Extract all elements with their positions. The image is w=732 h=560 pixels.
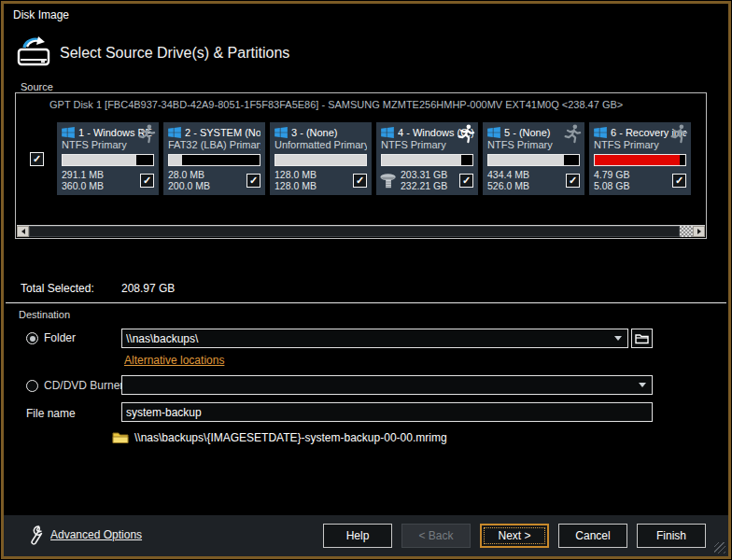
partition-checkbox[interactable]: ✓ xyxy=(140,174,154,188)
advanced-options-link[interactable]: Advanced Options xyxy=(50,528,142,541)
partition-tile[interactable]: 2 - SYSTEM (Nor FAT32 (LBA) Primary 28.0… xyxy=(163,122,265,195)
partition-sizes: 291.1 MB 360.0 MB xyxy=(62,169,104,191)
file-name-label: File name xyxy=(26,407,76,420)
footer-bar: Advanced Options Help < Back Next > Canc… xyxy=(4,515,728,556)
partition-tile-footer: 28.0 MB 200.0 MB ✓ xyxy=(168,169,260,191)
partition-tile-header: 5 - (None) xyxy=(487,125,580,139)
folder-icon xyxy=(635,332,649,344)
disk-header: GPT Disk 1 [FBC4B937-34BD-42A9-8051-1F5F… xyxy=(49,99,700,110)
cd-dvd-radio[interactable] xyxy=(26,380,38,392)
cancel-button[interactable]: Cancel xyxy=(558,524,627,548)
button-row: Help < Back Next > Cancel Finish xyxy=(323,524,706,548)
folder-icon xyxy=(112,430,129,444)
partition-used-size: 291.1 MB xyxy=(62,169,104,180)
partition-tile-footer: 128.0 MB 128.0 MB ✓ xyxy=(274,169,367,191)
partition-filesystem: Unformatted Primary xyxy=(274,139,367,152)
partition-used-size: 434.4 MB xyxy=(487,169,529,180)
partition-total-size: 526.0 MB xyxy=(487,180,529,191)
cd-dvd-combobox[interactable] xyxy=(121,375,653,395)
scrollbar-track[interactable] xyxy=(680,226,693,237)
partition-tile-header: 3 - (None) xyxy=(274,125,367,139)
chevron-down-icon[interactable] xyxy=(639,383,646,387)
partition-tile-footer: 291.1 MB 360.0 MB ✓ xyxy=(62,169,154,191)
total-selected-label: Total Selected: xyxy=(21,282,94,295)
windows-logo-icon xyxy=(168,127,181,138)
partition-tile-header: 6 - Recovery image (N xyxy=(594,125,686,139)
partition-usage-bar xyxy=(381,154,473,166)
partition-usage-fill xyxy=(63,155,136,165)
partition-sizes: 4.79 GB 5.08 GB xyxy=(594,169,630,191)
partition-used-size: 128.0 MB xyxy=(274,169,317,180)
partition-filesystem: FAT32 (LBA) Primary xyxy=(168,139,260,152)
partition-usage-fill xyxy=(275,155,366,165)
partition-tile-footer: 4.79 GB 5.08 GB ✓ xyxy=(594,169,686,191)
partition-total-size: 5.08 GB xyxy=(594,180,630,191)
folder-radio-dot xyxy=(30,336,35,342)
partition-usage-bar xyxy=(594,154,686,166)
partition-usage-fill xyxy=(488,155,564,165)
next-button[interactable]: Next > xyxy=(480,524,549,548)
finish-button[interactable]: Finish xyxy=(637,524,706,548)
page-title: Select Source Drive(s) & Partitions xyxy=(60,45,289,62)
running-man-icon xyxy=(561,123,583,145)
partition-tile[interactable]: 4 - Windows (C:) NTFS Primary 203.31 GB … xyxy=(376,122,478,195)
tap-icon xyxy=(379,172,399,191)
horizontal-scrollbar[interactable] xyxy=(17,225,705,237)
running-man-icon xyxy=(135,123,157,145)
back-button[interactable]: < Back xyxy=(401,524,471,548)
scroll-right-button[interactable] xyxy=(693,226,705,237)
partition-usage-bar xyxy=(168,154,260,166)
disk-image-dialog: Disk Image Select Source Drive(s) & Part… xyxy=(0,0,732,560)
backup-file-path: \\nas\backups\{IMAGESETDATE}-system-back… xyxy=(134,431,447,444)
window-title: Disk Image xyxy=(13,8,69,21)
partition-usage-fill xyxy=(595,155,680,165)
windows-logo-icon xyxy=(62,127,75,138)
alternative-locations-link[interactable]: Alternative locations xyxy=(124,354,224,367)
scrollbar-thumb[interactable] xyxy=(29,226,680,237)
chevron-down-icon[interactable] xyxy=(614,336,622,341)
partition-checkbox[interactable]: ✓ xyxy=(459,174,473,188)
source-group-label: Source xyxy=(21,81,53,92)
total-selected-value: 208.97 GB xyxy=(121,282,175,295)
partition-checkbox[interactable]: ✓ xyxy=(353,174,367,188)
partition-checkbox[interactable]: ✓ xyxy=(672,174,686,188)
partition-tile-header: 4 - Windows (C:) xyxy=(381,125,473,139)
partition-tile[interactable]: 3 - (None) Unformatted Primary 128.0 MB … xyxy=(270,122,372,195)
partition-tile[interactable]: 5 - (None) NTFS Primary 434.4 MB 526.0 M… xyxy=(483,122,584,195)
folder-radio-label: Folder xyxy=(44,331,76,344)
file-name-input[interactable] xyxy=(121,402,653,422)
help-button[interactable]: Help xyxy=(323,524,392,548)
partition-sizes: 434.4 MB 526.0 MB xyxy=(487,169,529,191)
disk-image-icon xyxy=(16,35,55,69)
folder-combobox[interactable]: \\nas\backups\ xyxy=(121,329,628,348)
partition-checkbox[interactable]: ✓ xyxy=(246,174,260,188)
resize-grip[interactable] xyxy=(714,542,725,553)
partition-checkbox[interactable]: ✓ xyxy=(566,174,580,188)
browse-folder-button[interactable] xyxy=(631,329,653,348)
partition-tile[interactable]: 1 - Windows RE t NTFS Primary 291.1 MB 3… xyxy=(57,122,159,195)
scroll-left-button[interactable] xyxy=(17,226,29,237)
scroll-right-icon xyxy=(697,229,701,234)
partition-sizes: 128.0 MB 128.0 MB xyxy=(274,169,317,191)
partition-total-size: 128.0 MB xyxy=(274,180,317,191)
running-man-icon xyxy=(668,123,689,145)
partition-tile-header: 1 - Windows RE t xyxy=(62,125,154,139)
wrench-icon xyxy=(26,525,45,547)
partition-used-size: 4.79 GB xyxy=(594,169,630,180)
partition-total-size: 232.21 GB xyxy=(401,180,447,191)
windows-logo-icon xyxy=(487,127,500,138)
partition-usage-bar xyxy=(487,154,580,166)
partition-usage-fill xyxy=(382,155,461,165)
disk-checkbox[interactable]: ✓ xyxy=(30,152,44,166)
folder-radio[interactable] xyxy=(26,332,38,344)
partition-usage-bar xyxy=(62,154,154,166)
partition-sizes: 203.31 GB 232.21 GB xyxy=(401,169,447,191)
partition-total-size: 360.0 MB xyxy=(62,180,104,191)
section-divider xyxy=(6,302,726,303)
destination-group-label: Destination xyxy=(19,309,70,320)
window-border xyxy=(1,1,731,559)
partition-sizes: 28.0 MB 200.0 MB xyxy=(168,169,210,191)
cd-dvd-radio-label: CD/DVD Burner xyxy=(44,379,123,392)
partition-tile[interactable]: 6 - Recovery image (N NTFS Primary 4.79 … xyxy=(589,122,691,195)
partition-usage-fill xyxy=(169,155,182,165)
